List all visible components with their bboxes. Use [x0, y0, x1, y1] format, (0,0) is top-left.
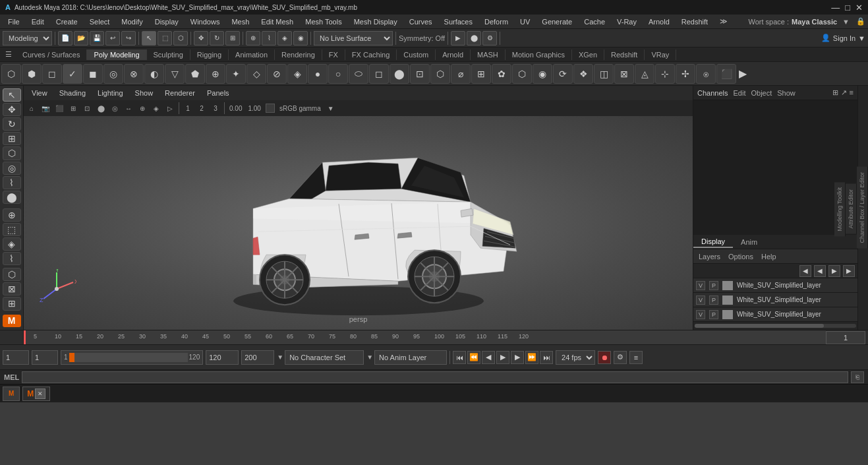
menu-arnold[interactable]: Arnold — [643, 16, 675, 27]
menu-create[interactable]: Create — [51, 16, 83, 27]
menu-deform[interactable]: Deform — [479, 16, 513, 27]
shelf-icon-29[interactable]: ❖ — [573, 64, 593, 84]
viewport-canvas[interactable]: X Y Z persp — [24, 116, 693, 330]
vp-snap6[interactable]: ⊕ — [136, 102, 149, 115]
shelf-icon-33[interactable]: ⊹ — [655, 64, 675, 84]
layer-p-2[interactable]: P — [709, 295, 718, 305]
snap-to-view-btn[interactable]: ◉ — [293, 31, 308, 46]
paint-select-btn[interactable]: ⬡ — [173, 31, 188, 46]
vp-cam-btn[interactable]: 📷 — [39, 102, 52, 115]
channel-box-label[interactable]: Channel Box / Layer Editor — [857, 167, 868, 249]
shelf-icon-31[interactable]: ⊠ — [614, 64, 634, 84]
auto-key-btn[interactable]: ⏺ — [598, 351, 611, 364]
shelf-icon-9[interactable]: ▽ — [165, 64, 185, 84]
prev-frame-btn[interactable]: ◀ — [482, 351, 495, 364]
workspace-dropdown-icon[interactable]: ▼ — [842, 18, 850, 26]
minimize-button[interactable]: — — [831, 3, 840, 13]
layer-scrollbar-thumb[interactable] — [695, 324, 824, 328]
shelf-icon-3[interactable]: ◻ — [42, 64, 62, 84]
shelf-icon-18[interactable]: ⬭ — [349, 64, 368, 84]
renderer-menu[interactable]: Renderer — [159, 88, 200, 98]
char-set-dropdown-btn[interactable]: ▼ — [277, 354, 283, 361]
universal-manip-tool[interactable]: ⬡ — [3, 146, 21, 160]
menu-surfaces[interactable]: Surfaces — [439, 16, 478, 27]
layer-prev-btn[interactable]: ◀ — [799, 265, 811, 277]
frame-start-field[interactable] — [32, 350, 58, 365]
layer-v-3[interactable]: V — [696, 310, 705, 319]
soft-mod-tool[interactable]: ◎ — [3, 162, 21, 175]
menu-edit-mesh[interactable]: Edit Mesh — [256, 16, 299, 27]
rotate-tool-btn[interactable]: ↻ — [210, 31, 224, 46]
scale-tool[interactable]: ⊞ — [3, 132, 21, 145]
render-region-tool[interactable]: ⬚ — [3, 223, 21, 236]
show-menu[interactable]: Show — [130, 88, 159, 98]
range-end-field[interactable] — [206, 350, 239, 365]
menu-curves[interactable]: Curves — [404, 16, 438, 27]
title-controls[interactable]: — □ ✕ — [831, 3, 863, 13]
shelf-icon-11[interactable]: ⊕ — [206, 64, 225, 84]
shelf-icon-19[interactable]: ◻ — [369, 64, 389, 84]
new-file-btn[interactable]: 📄 — [58, 31, 72, 46]
lighting-menu[interactable]: Lighting — [92, 88, 129, 98]
mel-input[interactable] — [22, 371, 848, 383]
playback-bar[interactable] — [69, 353, 188, 362]
taskbar-app-item[interactable]: M ✕ — [22, 387, 50, 401]
tab-custom[interactable]: Custom — [397, 49, 436, 60]
move-tool[interactable]: ✥ — [3, 103, 21, 116]
show-manip-tool[interactable]: ⊕ — [3, 208, 21, 222]
tab-rigging[interactable]: Rigging — [190, 49, 229, 60]
vp-home-btn[interactable]: ⌂ — [25, 102, 38, 115]
shelf-icon-6[interactable]: ◎ — [103, 64, 123, 84]
shelf-icon-37[interactable]: ▶ — [737, 64, 749, 84]
snap-to-grid-btn[interactable]: ⊕ — [246, 31, 260, 46]
tab-vray[interactable]: VRay — [645, 49, 676, 60]
undo-btn[interactable]: ↩ — [105, 31, 120, 46]
fps-select[interactable]: 24 fps 30 fps — [556, 350, 595, 365]
rotate-tool[interactable]: ↻ — [3, 117, 21, 131]
menu-file[interactable]: File — [3, 16, 25, 27]
sign-in-btn[interactable]: Sign In — [833, 34, 855, 42]
modeling-select[interactable]: Modeling — [3, 31, 52, 46]
tab-poly-modeling[interactable]: Poly Modeling — [87, 49, 146, 60]
menu-more[interactable]: ≫ — [714, 16, 733, 27]
shelf-icon-26[interactable]: ⬡ — [512, 64, 532, 84]
play-btn[interactable]: ▶ — [496, 351, 509, 364]
frame-counter[interactable]: 1 — [826, 331, 865, 344]
menu-generate[interactable]: Generate — [536, 16, 577, 27]
shelf-icon-28[interactable]: ⟳ — [553, 64, 573, 84]
scale-tool-btn[interactable]: ⊞ — [225, 31, 240, 46]
next-frame-btn[interactable]: ▶ — [511, 351, 524, 364]
cb-icon2[interactable]: ↗ — [841, 88, 847, 97]
shelf-icon-27[interactable]: ◉ — [533, 64, 552, 84]
tab-animation[interactable]: Animation — [229, 49, 275, 60]
tab-curves-surfaces[interactable]: Curves / Surfaces — [16, 49, 87, 60]
menu-display[interactable]: Display — [150, 16, 184, 27]
shelf-icon-20[interactable]: ⬤ — [390, 64, 409, 84]
timeline-ruler[interactable]: 5 10 15 20 25 30 35 40 45 50 55 60 65 70… — [24, 330, 826, 345]
shelf-icon-25[interactable]: ✿ — [492, 64, 511, 84]
tab-rendering[interactable]: Rendering — [275, 49, 322, 60]
taskbar-maya-btn[interactable]: M — [3, 387, 20, 401]
curve-tool[interactable]: ⌇ — [3, 252, 21, 265]
frame-end-field[interactable] — [241, 350, 274, 365]
tab-motion-graphics[interactable]: Motion Graphics — [506, 49, 572, 60]
ipr-btn[interactable]: ⬤ — [467, 31, 481, 46]
vp-snap4[interactable]: ◎ — [108, 102, 121, 115]
go-to-end-btn[interactable]: ⏭ — [540, 351, 553, 364]
current-frame-field[interactable] — [3, 350, 29, 365]
layer-scrollbar-track[interactable] — [695, 324, 856, 328]
shelf-icon-1[interactable]: ⬡ — [1, 64, 21, 84]
grid-icons[interactable]: ⊞ — [3, 297, 21, 310]
shelf-icon-32[interactable]: ◬ — [635, 64, 654, 84]
tab-xgen[interactable]: XGen — [572, 49, 604, 60]
tab-fx-caching[interactable]: FX Caching — [345, 49, 397, 60]
close-button[interactable]: ✕ — [855, 3, 863, 13]
layer-prev2-btn[interactable]: ◀ — [814, 265, 826, 277]
menu-modify[interactable]: Modify — [116, 16, 148, 27]
object-tab[interactable]: Object — [751, 89, 772, 97]
step-back-btn[interactable]: ⏪ — [467, 351, 480, 364]
vp-color-swatch[interactable] — [266, 104, 275, 113]
shelf-icon-17[interactable]: ○ — [328, 64, 348, 84]
shelf-icon-8[interactable]: ◐ — [144, 64, 164, 84]
snap-to-curve-btn[interactable]: ⌇ — [262, 31, 276, 46]
